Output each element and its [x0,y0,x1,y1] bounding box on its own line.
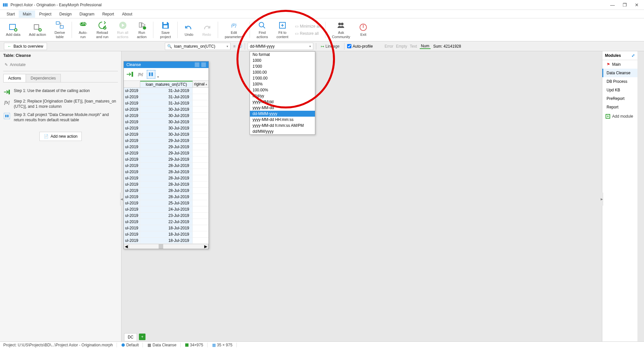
format-option[interactable]: 1'000 [250,63,315,69]
module-item[interactable]: Upd KB [602,86,637,94]
column-header-original[interactable]: riginal▴ [193,81,209,87]
module-item[interactable]: DB Process [602,77,637,86]
bottom-tab-add[interactable]: + [139,334,145,340]
workspace-canvas[interactable]: ◀ Cleanse [fx] ▾ loan_matures_on(UTC) ri… [122,51,644,341]
add-action-button[interactable]: Add action [26,21,49,38]
format-option[interactable]: yyyy-MM-dd HH:mm:ss [250,117,315,123]
status-module[interactable]: ▦Data Cleanse [147,343,181,347]
status-dims2[interactable]: ▦35 × 975 [212,343,237,347]
fit-to-content-button[interactable]: Fit to content [273,19,292,40]
menu-item-project[interactable]: Project [35,11,55,18]
table-row[interactable]: ul-201928-Jul-2019 [124,188,209,194]
restore-all-button[interactable]: ▭ Restore all [294,31,322,36]
table-row[interactable]: ul-201930-Jul-2019 [124,106,209,113]
table-row[interactable]: ul-201922-Jul-2019 [124,219,209,225]
column-header-a[interactable] [124,81,140,87]
toolbar-dropdown-icon[interactable]: ▾ [157,75,159,79]
tab-dependencies[interactable]: Dependencies [26,74,61,82]
minimize-button[interactable]: — [610,2,615,8]
find-actions-button[interactable]: Find actions [253,19,271,40]
reload-run-button[interactable]: Reload and run [93,19,112,40]
table-row[interactable]: ul-201923-Jul-2019 [124,213,209,219]
ask-community-button[interactable]: Ask Community [329,19,354,40]
table-row[interactable]: ul-201928-Jul-2019 [124,163,209,169]
format-option[interactable]: dd-MMM-yyyy [250,111,315,117]
table-window-minimize[interactable] [195,62,199,67]
undo-button[interactable]: Undo [181,21,197,38]
format-option[interactable]: dd/MM/yyyy [250,128,315,134]
format-option[interactable]: yyyy-MM-dd h:mm:ss AM/PM [250,123,315,128]
table-row[interactable]: ul-201931-Jul-2019 [124,100,209,106]
derive-table-button[interactable]: Derive table [51,19,68,40]
module-item[interactable]: Data Cleanse [602,69,637,77]
table-row[interactable]: ul-201928-Jul-2019 [124,175,209,181]
table-row[interactable]: ul-201929-Jul-2019 [124,138,209,144]
menu-item-start[interactable]: Start [3,11,19,18]
back-to-overview-button[interactable]: ← Back to overview [4,43,47,50]
add-new-action-button[interactable]: 📄 Add new action [39,132,82,141]
format-option[interactable]: No format [250,52,315,58]
status-default[interactable]: Default [122,343,143,347]
menu-item-design[interactable]: Design [56,11,76,18]
modules-toggle-icon[interactable]: ⤢ [632,53,635,58]
scroll-left-button[interactable]: ◀ [124,244,129,249]
column-select-dropdown[interactable]: 🔍 loan_matures_on(UTC) ▾ [165,43,231,50]
table-row[interactable]: ul-201930-Jul-2019 [124,125,209,131]
menu-item-report[interactable]: Report [98,11,118,18]
left-collapse-handle[interactable]: ◀ [120,193,123,206]
column-header-loan-matures[interactable]: loan_matures_on(UTC) [140,81,193,87]
table-row[interactable]: ul-201930-Jul-2019 [124,119,209,125]
minimize-all-button[interactable]: ▭ Minimize all [294,23,322,29]
status-dims1[interactable]: 34×975 [185,343,207,347]
table-row[interactable]: ul-201929-Jul-2019 [124,144,209,150]
menu-item-main[interactable]: Main [19,11,35,18]
module-item[interactable]: PreReport [602,94,637,103]
redo-button[interactable]: Redo [199,21,214,38]
step-item[interactable]: [fx] Step 2: Replace [Origination Date (… [3,99,118,109]
format-option[interactable]: 1000 [250,58,315,63]
table-row[interactable]: ul-201918-Jul-2019 [124,231,209,238]
align-icon[interactable]: ≡ [233,44,235,49]
close-button[interactable]: ✕ [635,2,639,8]
format-dropdown-menu[interactable]: No format10001'0001000.001'000.00100%100… [250,51,315,135]
auto-profile-checkbox[interactable]: Auto-profile [347,44,373,49]
info-icon[interactable]: ⓘ [238,43,242,49]
scroll-right-button[interactable]: ▶ [203,244,209,249]
add-data-button[interactable]: Add data [3,21,24,38]
table-row[interactable]: ul-201931-Jul-2019 [124,94,209,100]
format-option[interactable]: yyyy-MM-dd [250,105,315,111]
auto-run-button[interactable]: ON Auto- run [75,19,91,40]
table-row[interactable]: ul-201928-Jul-2019 [124,194,209,200]
menu-item-about[interactable]: About [118,11,136,18]
format-option[interactable]: 1'000.00 [250,75,315,81]
format-option[interactable]: 100% [250,81,315,87]
exit-button[interactable]: Exit [355,21,371,38]
step-item[interactable]: Step 1: Use the dataset of the calling a… [3,88,118,96]
module-main[interactable]: ⚑ Main [602,60,637,69]
run-action-button[interactable]: Run action [134,19,150,40]
auto-profile-check-input[interactable] [347,44,351,48]
maximize-button[interactable]: ❐ [623,2,627,8]
table-row[interactable]: ul-201928-Jul-2019 [124,169,209,175]
format-select-dropdown[interactable]: dd-MMM-yyyy ▾ [248,43,313,50]
run-all-button[interactable]: Run all actions [114,19,132,40]
table-row[interactable]: ul-201929-Jul-2019 [124,150,209,156]
table-row[interactable]: ul-201928-Jul-2019 [124,181,209,188]
table-body[interactable]: ul-201931-Jul-2019ul-201931-Jul-2019ul-2… [124,88,209,244]
scroll-thumb[interactable] [159,244,163,249]
save-project-button[interactable]: Save project [157,19,174,40]
format-option[interactable]: M/d/yy [250,93,315,99]
add-module-button[interactable]: + Add module [602,111,637,121]
lineage-button[interactable]: ↦ Lineage [319,43,342,49]
table-row[interactable]: ul-201918-Jul-2019 [124,238,209,244]
annotate-button[interactable]: ✎ Annotate [3,60,118,71]
table-window-maximize[interactable] [201,62,206,67]
table-row[interactable]: ul-201931-Jul-2019 [124,88,209,94]
tab-actions[interactable]: Actions [3,74,26,82]
module-item[interactable]: Report [602,103,637,111]
table-row[interactable]: ul-201925-Jul-2019 [124,200,209,206]
table-horizontal-scrollbar[interactable]: ◀ ▶ [124,244,209,249]
table-row[interactable]: ul-201924-Jul-2019 [124,206,209,213]
scroll-track[interactable] [129,244,203,249]
table-window-header[interactable]: Cleanse [124,61,209,68]
